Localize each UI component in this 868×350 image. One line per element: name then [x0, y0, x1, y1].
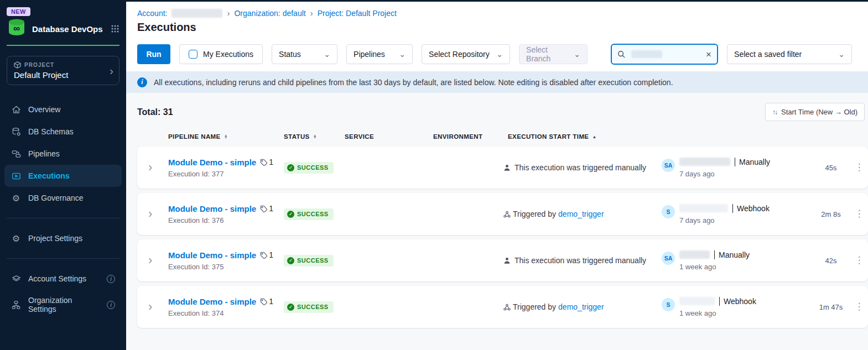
sidebar-item-pipelines[interactable]: Pipelines — [0, 143, 126, 165]
expand-chevron-icon[interactable]: › — [148, 160, 152, 174]
info-icon[interactable]: i — [107, 301, 115, 309]
row-menu-icon[interactable]: ⋮ — [855, 162, 864, 173]
success-check-icon: ✓ — [287, 304, 294, 311]
trigger-link[interactable]: demo_trigger — [558, 210, 604, 218]
saved-filter-label: Select a saved filter — [734, 50, 802, 59]
webhook-icon — [503, 304, 511, 311]
breadcrumb-project[interactable]: Project: Default Project — [318, 9, 397, 18]
status-badge: ✓ SUCCESS — [284, 208, 334, 220]
row-menu-icon[interactable]: ⋮ — [855, 255, 864, 265]
sidebar-divider — [7, 218, 119, 218]
svg-text:∞: ∞ — [13, 23, 20, 34]
pipelines-dropdown[interactable]: Pipelines ⌄ — [346, 44, 413, 64]
time-ago: 1 week ago — [679, 309, 756, 317]
page-title: Executions — [137, 21, 857, 34]
pipeline-name-link[interactable]: Module Demo - simple — [168, 158, 256, 167]
new-badge: NEW — [7, 7, 30, 16]
sidebar-item-executions[interactable]: Executions — [4, 165, 122, 187]
execution-row[interactable]: › Module Demo - simple 1 Execution Id: 3… — [137, 193, 868, 235]
start-time-cell: SA Manually 7 days ago — [662, 158, 817, 178]
module-grid-icon[interactable] — [111, 24, 119, 33]
executions-list-section: Total: 31 ↑↓ Start Time (New → Old) PIPE… — [126, 93, 868, 350]
tag-icon — [260, 159, 267, 166]
layers-icon — [11, 274, 21, 284]
breadcrumb-organization[interactable]: Organization: default — [234, 9, 305, 18]
table-header-row: PIPELINE NAME ▲▼ STATUS ▲▼ SERVICE ENVIR… — [137, 133, 868, 140]
breadcrumb: Account: › Organization: default › Proje… — [137, 8, 857, 18]
pipelines-dropdown-label: Pipelines — [354, 50, 385, 59]
column-header-environment: ENVIRONMENT — [433, 133, 503, 140]
status-dropdown[interactable]: Status ⌄ — [272, 44, 337, 64]
expand-chevron-icon[interactable]: › — [148, 253, 152, 267]
pipeline-name-link[interactable]: Module Demo - simple — [168, 204, 256, 213]
avatar[interactable]: S — [662, 205, 675, 218]
row-menu-icon[interactable]: ⋮ — [855, 208, 864, 219]
brand-underline — [7, 45, 119, 46]
execution-id: Execution Id: 375 — [168, 263, 284, 271]
sidebar-item-db-schemas[interactable]: DB Schemas — [0, 121, 126, 143]
chevron-down-icon: ⌄ — [324, 50, 330, 58]
run-button[interactable]: Run — [137, 44, 170, 64]
sidebar-item-account-settings[interactable]: Account Settings i — [0, 268, 126, 290]
brand-area: NEW ∞ Database DevOps — [0, 2, 126, 39]
time-ago: 7 days ago — [679, 216, 770, 224]
expand-chevron-icon[interactable]: › — [148, 207, 152, 221]
redacted-user-name — [679, 158, 730, 166]
status-label: SUCCESS — [297, 304, 329, 310]
trigger-type: Manually — [714, 250, 750, 259]
trigger-info: Triggered by demo_trigger — [503, 210, 662, 218]
project-selector[interactable]: PROJECT Default Project › — [7, 56, 119, 85]
sidebar-item-db-governance[interactable]: ⚙ DB Governance — [0, 187, 126, 209]
my-executions-checkbox[interactable]: My Executions — [179, 44, 263, 64]
sort-both-icon: ▲▼ — [313, 134, 317, 139]
sidebar: NEW ∞ Database DevOps — [0, 2, 126, 350]
avatar[interactable]: SA — [662, 159, 675, 172]
chevron-right-icon[interactable]: › — [110, 65, 113, 76]
redacted-account-name — [171, 9, 222, 18]
org-chart-icon — [11, 300, 21, 310]
redacted-search-text — [631, 50, 662, 58]
info-icon[interactable]: i — [107, 275, 115, 283]
breadcrumb-account[interactable]: Account: — [137, 9, 167, 18]
column-label: PIPELINE NAME — [168, 133, 221, 140]
tag-icon — [260, 298, 267, 305]
execution-row[interactable]: › Module Demo - simple 1 Execution Id: 3… — [137, 239, 868, 281]
column-header-status[interactable]: STATUS ▲▼ — [284, 133, 345, 140]
expand-chevron-icon[interactable]: › — [148, 300, 152, 314]
duration: 45s — [825, 164, 837, 172]
checkbox-icon[interactable] — [189, 50, 197, 59]
status-label: SUCCESS — [297, 257, 329, 264]
start-time-cell: S Webhook 1 week ago — [662, 297, 817, 317]
sidebar-item-overview[interactable]: Overview — [0, 98, 126, 121]
search-icon — [617, 50, 626, 59]
tag-icon — [260, 205, 267, 212]
trigger-info: This execution was triggered manually — [503, 163, 662, 172]
execution-row[interactable]: › Module Demo - simple 1 Execution Id: 3… — [137, 286, 868, 328]
sidebar-item-project-settings[interactable]: ⚙ Project Settings — [0, 227, 126, 249]
start-time-cell: S Webhook 7 days ago — [662, 204, 817, 224]
repository-dropdown[interactable]: Select Repository ⌄ — [422, 44, 510, 64]
sort-button[interactable]: ↑↓ Start Time (New → Old) — [765, 103, 865, 121]
info-icon: i — [137, 77, 147, 87]
trigger-text: Triggered by — [513, 302, 556, 311]
avatar[interactable]: SA — [662, 252, 675, 265]
execution-row[interactable]: › Module Demo - simple 1 Execution Id: 3… — [137, 147, 868, 189]
executions-icon — [11, 171, 21, 181]
pipeline-name-link[interactable]: Module Demo - simple — [168, 297, 256, 306]
avatar[interactable]: S — [662, 298, 675, 311]
webhook-icon — [503, 211, 511, 218]
tag-count: 1 — [269, 158, 273, 166]
sidebar-item-label: Pipelines — [28, 149, 60, 158]
success-check-icon: ✓ — [287, 257, 294, 264]
saved-filter-dropdown[interactable]: Select a saved filter ⌄ — [727, 44, 852, 64]
pipeline-name-link[interactable]: Module Demo - simple — [168, 250, 256, 260]
row-menu-icon[interactable]: ⋮ — [855, 301, 864, 312]
column-header-execution-start-time[interactable]: EXECUTION START TIME ▲ — [508, 133, 663, 140]
search-input[interactable]: × — [611, 44, 718, 65]
column-header-pipeline-name[interactable]: PIPELINE NAME ▲▼ — [168, 133, 284, 140]
status-label: SUCCESS — [297, 211, 329, 217]
clear-search-icon[interactable]: × — [706, 50, 711, 59]
chevron-down-icon: ⌄ — [496, 50, 503, 58]
trigger-link[interactable]: demo_trigger — [558, 302, 604, 311]
sidebar-item-organization-settings[interactable]: Organization Settings i — [0, 290, 126, 320]
